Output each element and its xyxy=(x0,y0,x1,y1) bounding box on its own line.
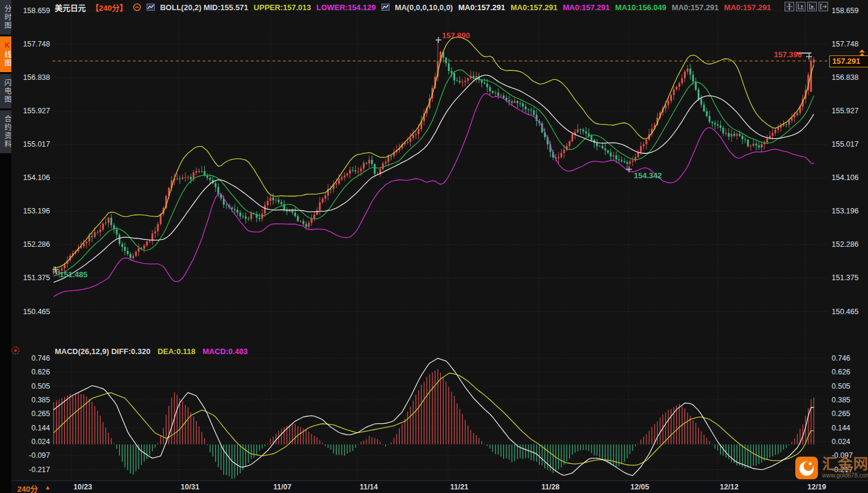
price-axis-label: 156.838 xyxy=(23,73,50,82)
macd-axis-label: -0.217 xyxy=(29,466,50,474)
date-tick-label: 10/31 xyxy=(181,483,199,491)
macd-axis-label: 0.385 xyxy=(32,396,50,404)
legend-text: 【240分】 xyxy=(91,2,127,13)
boll-lower-line xyxy=(54,94,814,297)
price-axis-label: 155.927 xyxy=(23,107,50,115)
legend-text: MA0:157.291 xyxy=(458,3,505,12)
dea-line xyxy=(54,373,814,465)
date-tick-label: 11/28 xyxy=(542,483,560,491)
price-annotation: 154.342 xyxy=(634,171,662,180)
extreme-cross-marker xyxy=(435,37,441,43)
price-axis-label: 153.196 xyxy=(23,207,50,215)
macd-axis-label: 0.505 xyxy=(32,382,50,390)
brand-name: 汇金网 xyxy=(822,457,868,471)
indicator-icon xyxy=(147,3,155,11)
tool-move-icon[interactable] xyxy=(785,2,794,11)
legend-text: MA0:157.291 xyxy=(672,3,719,12)
price-axis-label: 152.286 xyxy=(832,240,858,249)
legend-text: UPPER:157.013 xyxy=(254,3,311,12)
macd-axis-label: 0.505 xyxy=(832,382,850,390)
macd-axis-label: 0.024 xyxy=(32,438,50,446)
price-axis-label: 154.106 xyxy=(832,173,858,182)
current-price-box: 157.291 xyxy=(829,55,868,67)
price-axis-label: 158.659 xyxy=(23,7,50,15)
legend-text: MA(0,0,0,10,0,0) xyxy=(395,3,453,12)
macd-axis-label: 0.144 xyxy=(32,424,50,432)
macd-axis-label: 0.024 xyxy=(832,438,850,446)
overlay-lines xyxy=(54,37,814,297)
boll-upper-line xyxy=(54,37,814,268)
chart-legend-bar: 美元日元【240分】BOLL(20,2) MID:155.571UPPER:15… xyxy=(55,2,771,13)
date-tick-label: 12/12 xyxy=(720,483,738,491)
brand-logo-icon xyxy=(795,457,818,479)
price-axis-label: 154.106 xyxy=(23,173,50,182)
chart-canvas[interactable]: 158.659158.659157.748157.748156.838156.8… xyxy=(0,0,868,493)
price-axis-label: 152.286 xyxy=(23,240,50,249)
price-annotation: 157.396 xyxy=(766,50,802,59)
price-axis-label: 150.465 xyxy=(23,308,50,316)
time-axis-bar: 240分 ▲ 10/2310/3111/0711/1411/2111/2812/… xyxy=(11,480,868,493)
minus-circle-icon[interactable] xyxy=(133,3,141,11)
date-tick-label: 11/21 xyxy=(450,483,469,491)
legend-text: MA0:157.291 xyxy=(563,3,610,12)
sidebar: 分时图K线图闪电图合约资料 xyxy=(0,0,11,493)
legend-text: MA0:157.291 xyxy=(511,3,558,12)
date-tick-label: 11/07 xyxy=(273,483,292,491)
candlesticks xyxy=(53,39,815,277)
macd-axis-label: 0.144 xyxy=(832,424,850,432)
price-axis-label: 155.017 xyxy=(832,140,858,148)
price-axis-label: 151.375 xyxy=(23,274,50,282)
date-tick-label: 10/23 xyxy=(73,483,92,491)
legend-text: MACD:0.403 xyxy=(203,347,248,356)
macd-axis-label: -0.097 xyxy=(29,451,50,460)
interval-up-arrow-icon[interactable]: ▲ xyxy=(45,484,51,491)
date-tick-label: 12/05 xyxy=(630,483,649,491)
ma10-line xyxy=(54,70,814,276)
indicator-icon xyxy=(381,3,390,11)
date-tick-label: 11/14 xyxy=(360,483,378,491)
price-axis-label: 157.748 xyxy=(23,40,50,48)
legend-text: MA0:157.291 xyxy=(724,3,771,12)
macd-axis-label: 0.626 xyxy=(832,368,850,376)
macd-axis-label: 0.385 xyxy=(832,396,850,404)
sidebar-tab-3[interactable]: 合约资料 xyxy=(0,110,11,153)
legend-text: 美元日元 xyxy=(55,2,86,13)
date-tick-label: 12/19 xyxy=(807,483,826,491)
sidebar-tab-2[interactable]: 闪电图 xyxy=(0,74,11,108)
price-axis-label: 156.838 xyxy=(832,73,858,82)
boll-mid-line xyxy=(54,75,814,282)
tool-export-icon[interactable] xyxy=(819,2,828,11)
interval-label[interactable]: 240分 xyxy=(17,483,38,493)
chart-app: 分时图K线图闪电图合约资料 158.659158.659157.748157.7… xyxy=(0,0,868,493)
sidebar-tab-1[interactable]: K线图 xyxy=(0,36,11,72)
target-icon[interactable] xyxy=(11,346,20,358)
price-axis-label: 157.748 xyxy=(832,40,858,48)
price-axis-label: 150.465 xyxy=(832,308,858,316)
price-axis-label: 155.017 xyxy=(23,140,50,148)
price-axis-label: 151.375 xyxy=(832,274,858,282)
chart-toolbar xyxy=(785,2,828,11)
macd-axis-label: 0.265 xyxy=(832,410,850,418)
price-axis-label: 155.927 xyxy=(832,107,858,115)
macd-axis-label: 0.265 xyxy=(32,410,50,418)
price-annotation: 151.485 xyxy=(60,270,88,279)
macd-axis-label: 0.626 xyxy=(32,368,50,376)
price-axis-label: 153.196 xyxy=(832,207,858,215)
sidebar-tab-0[interactable]: 分时图 xyxy=(0,0,11,35)
scroll-to-latest-icon[interactable] xyxy=(859,49,865,57)
legend-text: MACD(26,12,9) DIFF:0.320 xyxy=(55,347,150,356)
macd-legend-bar: MACD(26,12,9) DIFF:0.320DEA:0.118MACD:0.… xyxy=(55,346,248,356)
legend-text: LOWER:154.129 xyxy=(316,3,376,12)
brand-watermark: 汇金网 www.gold678.com xyxy=(795,457,868,479)
tool-fit-x-icon[interactable] xyxy=(807,2,817,11)
brand-site: www.gold678.com xyxy=(822,472,868,479)
legend-text: DEA:0.118 xyxy=(157,347,195,356)
macd-axis-label: 0.746 xyxy=(832,354,850,362)
tool-fit-y-icon[interactable] xyxy=(796,2,805,11)
price-axis-label: 158.659 xyxy=(832,7,858,15)
legend-text: MA10:156.049 xyxy=(615,3,667,12)
macd-axis-label: 0.746 xyxy=(32,354,50,362)
price-annotation: 157.890 xyxy=(442,31,470,40)
legend-text: BOLL(20,2) MID:155.571 xyxy=(160,3,248,12)
macd-pane xyxy=(54,358,814,479)
